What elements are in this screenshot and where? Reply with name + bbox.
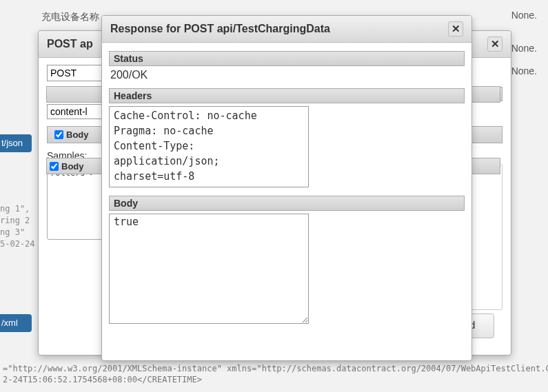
response-headers-text: Cache-Control: no-cache Pragma: no-cache… [114,108,304,187]
sample-textarea[interactable]: rollers"> <CREAT 2.175456 <DES>: <ID>sa … [47,164,103,240]
bg-none-2: None. [511,43,537,54]
bg-bottom-code: ="http://www.w3.org/2001/XMLSchema-insta… [0,363,548,385]
response-headers-box[interactable]: Cache-Control: no-cache Pragma: no-cache… [109,106,309,187]
status-value: 200/OK [109,66,465,85]
bg-side-code: ng 1", ring 2 ng 3" 5-02-24 [0,203,35,250]
bg-none-3: None. [511,65,537,76]
close-icon: ✕ [491,38,500,50]
body-checkbox[interactable] [54,130,63,139]
response-dialog-titlebar[interactable]: Response for POST api/TestChargingData ✕ [102,16,471,43]
response-dialog-close-button[interactable]: ✕ [448,21,463,37]
close-icon: ✕ [451,23,460,35]
body-section-label: Body [66,130,89,140]
status-section-bar: Status [109,51,465,66]
format-pill-xml[interactable]: /xml [0,314,32,332]
response-dialog-title: Response for POST api/TestChargingData [110,23,330,35]
bg-top-label: 充电设备名称 [41,11,99,23]
response-body-text: true [114,216,304,228]
response-dialog: Response for POST api/TestChargingData ✕… [101,15,472,361]
body-section-bar: Body [109,196,465,211]
headers-section-bar: Headers [109,88,465,103]
bg-none-1: None. [511,10,537,21]
response-body-box[interactable]: true [109,214,309,324]
request-dialog-close-button[interactable]: ✕ [487,37,503,52]
request-dialog-title: POST ap [47,38,93,50]
format-pill-json[interactable]: t/json [0,134,32,152]
